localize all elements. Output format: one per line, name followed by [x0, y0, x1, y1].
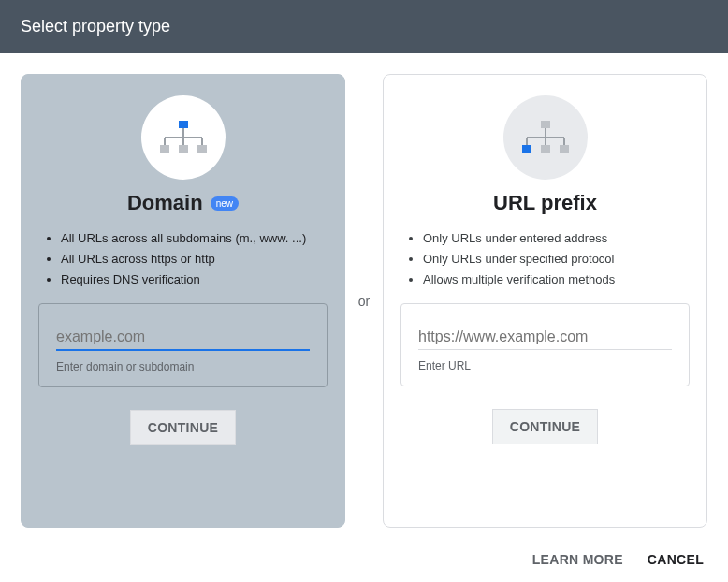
url-prefix-features: Only URLs under entered address Only URL…: [400, 228, 690, 290]
new-badge: new: [211, 196, 239, 211]
url-prefix-input-frame: Enter URL: [400, 303, 690, 386]
list-item: Allows multiple verification methods: [423, 269, 690, 290]
list-item: Only URLs under specified protocol: [423, 249, 690, 269]
svg-rect-7: [179, 145, 188, 153]
modal-footer: LEARN MORE CANCEL: [0, 537, 728, 582]
list-item: All URLs across all subdomains (m., www.…: [61, 228, 328, 249]
url-prefix-continue-button[interactable]: CONTINUE: [492, 409, 599, 444]
sitemap-icon: [158, 119, 209, 156]
list-item: Requires DNS verification: [61, 269, 328, 290]
svg-rect-9: [541, 121, 550, 128]
modal-header: Select property type: [0, 0, 728, 53]
url-prefix-input-helper: Enter URL: [418, 359, 672, 372]
domain-input-helper: Enter domain or subdomain: [56, 360, 310, 373]
list-item: All URLs across https or http: [61, 249, 328, 269]
domain-input[interactable]: [56, 325, 310, 351]
or-separator: or: [345, 74, 383, 528]
learn-more-button[interactable]: LEARN MORE: [532, 552, 623, 567]
card-url-prefix[interactable]: URL prefix Only URLs under entered addre…: [383, 74, 707, 528]
cancel-button[interactable]: CANCEL: [648, 552, 704, 567]
url-prefix-title-row: URL prefix: [493, 191, 597, 215]
sitemap-icon: [520, 119, 571, 156]
domain-title-row: Domain new: [127, 191, 239, 215]
url-prefix-title: URL prefix: [493, 191, 597, 215]
modal-body: Domain new All URLs across all subdomain…: [0, 53, 728, 537]
card-domain[interactable]: Domain new All URLs across all subdomain…: [21, 74, 345, 528]
svg-rect-8: [197, 145, 207, 153]
domain-icon-circle: [141, 95, 226, 180]
list-item: Only URLs under entered address: [423, 228, 690, 249]
svg-rect-15: [522, 145, 531, 153]
url-prefix-input[interactable]: [418, 325, 672, 350]
svg-rect-0: [179, 121, 188, 128]
svg-rect-6: [160, 145, 169, 153]
domain-input-frame: Enter domain or subdomain: [38, 303, 328, 387]
select-property-type-modal: Select property type Domain: [0, 0, 728, 582]
domain-title: Domain: [127, 191, 203, 215]
svg-rect-16: [541, 145, 550, 153]
domain-features: All URLs across all subdomains (m., www.…: [38, 228, 328, 290]
url-prefix-icon-circle: [503, 95, 588, 180]
modal-title: Select property type: [21, 17, 170, 36]
svg-rect-17: [560, 145, 569, 153]
domain-continue-button[interactable]: CONTINUE: [130, 410, 237, 445]
